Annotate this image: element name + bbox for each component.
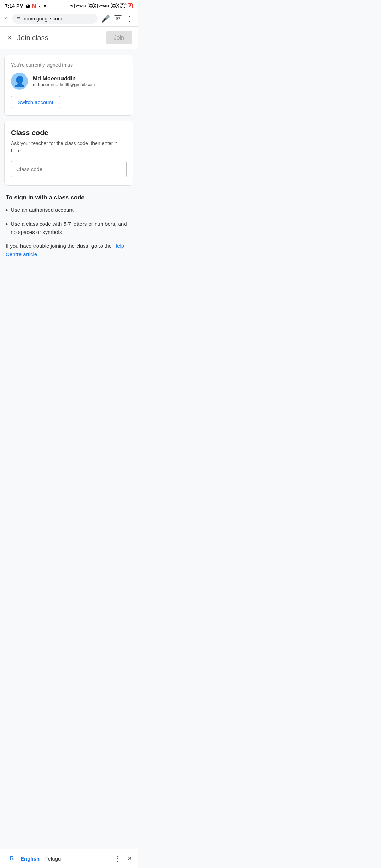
dot-icon: • (44, 2, 46, 10)
info-list: • Use an authorised account • Use a clas… (6, 206, 132, 236)
list-item: • Use a class code with 5-7 letters or n… (6, 220, 132, 236)
list-item-text: Use an authorised account (11, 206, 73, 214)
bullet-icon: • (6, 206, 8, 215)
status-left: 7:14 PM ◕ M ♫ • (5, 2, 46, 10)
main-content: You're currently signed in as 👤 Md Moeen… (0, 49, 138, 268)
class-code-heading: Class code (11, 129, 127, 137)
gmail-icon: M (32, 3, 36, 9)
avatar-icon: 👤 (13, 76, 26, 87)
trouble-text: If you have trouble joining the class, g… (6, 242, 132, 259)
class-code-description: Ask your teacher for the class code, the… (11, 140, 127, 155)
browser-bar: ⌂ ☰ room.google.com 🎤 97 ⋮ (0, 11, 138, 27)
switch-account-button[interactable]: Switch account (11, 96, 60, 108)
speed-label: 12.8K/s (120, 2, 127, 10)
tiktok-icon: ♫ (38, 3, 42, 8)
account-details: Md Moeenuddin mdmoeenuddin69@gmail.com (33, 76, 95, 87)
url-bar[interactable]: ☰ room.google.com (12, 14, 97, 24)
microphone-button[interactable]: 🎤 (101, 14, 110, 23)
bullet-icon: • (6, 220, 8, 229)
class-code-input[interactable] (11, 161, 127, 177)
join-class-bar: × Join class Join (0, 27, 138, 49)
account-info: 👤 Md Moeenuddin mdmoeenuddin69@gmail.com (11, 73, 127, 90)
url-text: room.google.com (24, 16, 93, 22)
class-code-card: Class code Ask your teacher for the clas… (4, 121, 133, 186)
status-time: 7:14 PM (5, 3, 24, 9)
trouble-static-text: If you have trouble joining the class, g… (6, 243, 113, 249)
battery-indicator: 8 (128, 3, 133, 8)
join-button[interactable]: Join (106, 31, 132, 44)
list-item: • Use an authorised account (6, 206, 132, 215)
avatar: 👤 (11, 73, 28, 90)
account-email: mdmoeenuddin69@gmail.com (33, 82, 95, 87)
url-security-icon: ☰ (17, 16, 21, 22)
account-card: You're currently signed in as 👤 Md Moeen… (4, 55, 133, 116)
status-right: ∿ VoWiFi ╳╳╳ VoWiFi ╳╳╳ 12.8K/s 8 (70, 2, 133, 10)
status-bar: 7:14 PM ◕ M ♫ • ∿ VoWiFi ╳╳╳ VoWiFi ╳╳╳ … (0, 0, 138, 11)
list-item-text: Use a class code with 5-7 letters or num… (11, 220, 132, 236)
info-section: To sign in with a class code • Use an au… (4, 191, 133, 262)
info-heading: To sign in with a class code (6, 194, 132, 201)
wifi-icon: ∿ (70, 4, 73, 8)
join-class-title: Join class (17, 34, 102, 42)
signal-icon2: ╳╳╳ (111, 4, 119, 8)
vowifi-label2: VoWiFi (97, 4, 110, 8)
tab-count[interactable]: 97 (114, 15, 122, 22)
camera-icon: ◕ (26, 3, 30, 9)
account-name: Md Moeenuddin (33, 76, 95, 82)
browser-menu-button[interactable]: ⋮ (126, 14, 133, 23)
home-button[interactable]: ⌂ (4, 14, 9, 23)
close-button[interactable]: × (6, 32, 13, 44)
vowifi-label: VoWiFi (74, 4, 87, 8)
signed-in-label: You're currently signed in as (11, 62, 127, 68)
signal-icon: ╳╳╳ (89, 4, 96, 8)
